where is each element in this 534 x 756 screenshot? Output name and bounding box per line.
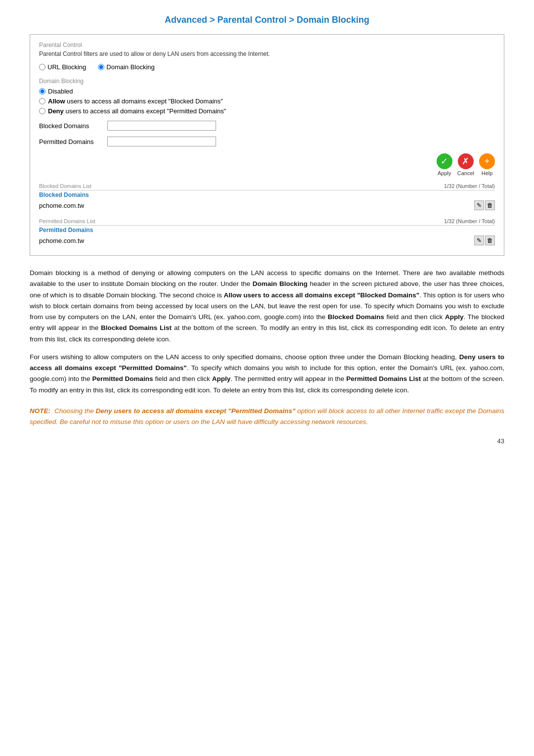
blocked-row-icons: ✎ 🗑 bbox=[474, 200, 495, 210]
domain-blocking-section: Domain Blocking Disabled Allow users to … bbox=[39, 78, 495, 115]
blocked-domain-value: pchome.com.tw bbox=[39, 202, 84, 209]
permitted-domains-row: Permitted Domains bbox=[39, 137, 495, 146]
main-panel: Parental Control Parental Control filter… bbox=[30, 34, 504, 256]
apply-label: Apply bbox=[438, 170, 451, 176]
mode-radio-row: URL Blocking Domain Blocking bbox=[39, 63, 495, 71]
table-row: pchome.com.tw ✎ 🗑 bbox=[39, 235, 495, 246]
note-content: Choosing the Deny users to access all do… bbox=[30, 407, 504, 425]
permitted-list-title: Permitted Domains List bbox=[39, 218, 95, 224]
delete-icon[interactable]: 🗑 bbox=[485, 236, 495, 245]
blocked-domains-input[interactable] bbox=[107, 121, 216, 131]
help-label: Help bbox=[482, 170, 493, 176]
disabled-radio[interactable] bbox=[39, 88, 45, 94]
blocked-domains-field-label: Blocked Domains bbox=[39, 122, 103, 130]
paragraph-2: For users wishing to allow computers on … bbox=[30, 352, 504, 396]
blocked-domains-list: Blocked Domains List 1/32 (Number / Tota… bbox=[39, 183, 495, 211]
blocked-col-title: Blocked Domains bbox=[39, 191, 495, 198]
url-blocking-option[interactable]: URL Blocking bbox=[39, 63, 86, 71]
allow-label: Allow users to access all domains except… bbox=[48, 97, 223, 105]
page-number: 43 bbox=[30, 437, 504, 445]
cancel-label: Cancel bbox=[457, 170, 474, 176]
permitted-list-count: 1/32 (Number / Total) bbox=[444, 218, 495, 224]
cancel-button[interactable]: ✗ bbox=[458, 153, 474, 169]
help-btn-group: + Help bbox=[479, 153, 495, 176]
panel-description: Parental Control filters are used to all… bbox=[39, 50, 495, 57]
permitted-col-title: Permitted Domains bbox=[39, 227, 495, 234]
domain-blocking-option[interactable]: Domain Blocking bbox=[98, 63, 155, 71]
option-allow[interactable]: Allow users to access all domains except… bbox=[39, 97, 495, 105]
domain-blocking-radio[interactable] bbox=[98, 64, 104, 70]
disabled-label: Disabled bbox=[48, 88, 73, 95]
body-content: Domain blocking is a method of denying o… bbox=[30, 268, 504, 396]
deny-label: Deny users to access all domains except … bbox=[48, 107, 226, 115]
page-title: Advanced > Parental Control > Domain Blo… bbox=[30, 15, 504, 25]
help-button[interactable]: + bbox=[479, 153, 495, 169]
table-row: pchome.com.tw ✎ 🗑 bbox=[39, 199, 495, 211]
blocked-list-count: 1/32 (Number / Total) bbox=[444, 183, 495, 189]
note-section: NOTE: Choosing the Deny users to access … bbox=[30, 406, 504, 428]
apply-btn-group: ✓ Apply bbox=[437, 153, 452, 176]
button-row: ✓ Apply ✗ Cancel + Help bbox=[39, 153, 495, 176]
delete-icon[interactable]: 🗑 bbox=[485, 200, 495, 210]
panel-section-title: Parental Control bbox=[39, 42, 495, 48]
permitted-domains-input[interactable] bbox=[107, 137, 216, 146]
cancel-btn-group: ✗ Cancel bbox=[457, 153, 474, 176]
paragraph-1: Domain blocking is a method of denying o… bbox=[30, 268, 504, 345]
note-label: NOTE: bbox=[30, 407, 50, 415]
permitted-row-icons: ✎ 🗑 bbox=[474, 236, 495, 245]
url-blocking-radio[interactable] bbox=[39, 64, 45, 70]
edit-icon[interactable]: ✎ bbox=[474, 200, 484, 210]
deny-radio[interactable] bbox=[39, 108, 45, 114]
blocked-list-title: Blocked Domains List bbox=[39, 183, 91, 189]
option-disabled[interactable]: Disabled bbox=[39, 88, 495, 95]
blocked-list-header: Blocked Domains List 1/32 (Number / Tota… bbox=[39, 183, 495, 190]
option-deny[interactable]: Deny users to access all domains except … bbox=[39, 107, 495, 115]
domain-blocking-label: Domain Blocking bbox=[106, 63, 155, 71]
permitted-list-header: Permitted Domains List 1/32 (Number / To… bbox=[39, 218, 495, 226]
permitted-domains-list: Permitted Domains List 1/32 (Number / To… bbox=[39, 218, 495, 246]
permitted-domains-field-label: Permitted Domains bbox=[39, 138, 103, 145]
permitted-domain-value: pchome.com.tw bbox=[39, 237, 84, 244]
apply-button[interactable]: ✓ bbox=[437, 153, 452, 169]
domain-blocking-section-label: Domain Blocking bbox=[39, 78, 495, 85]
allow-radio[interactable] bbox=[39, 98, 45, 104]
edit-icon[interactable]: ✎ bbox=[474, 236, 484, 245]
url-blocking-label: URL Blocking bbox=[47, 63, 86, 71]
blocked-domains-row: Blocked Domains bbox=[39, 121, 495, 131]
